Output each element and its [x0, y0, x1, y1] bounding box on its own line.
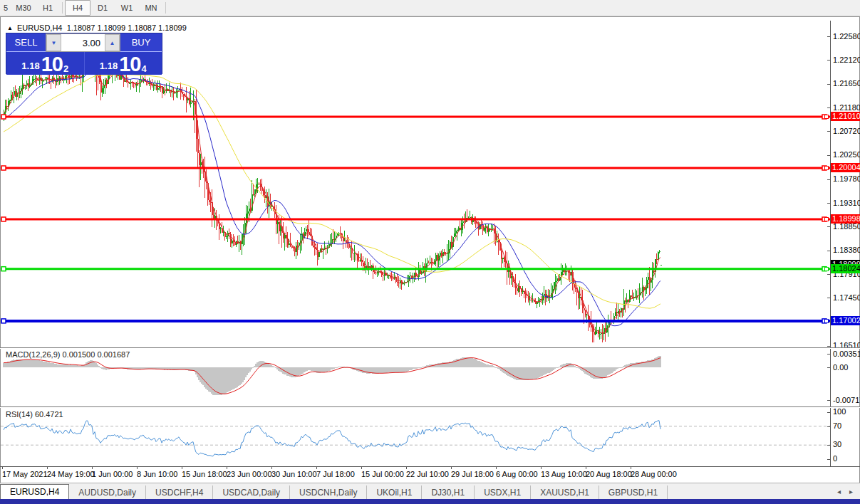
- symbol-tabbar: EURUSD,H4AUDUSD,DailyUSDCHF,H4USDCAD,Dai…: [0, 483, 860, 500]
- price-tick-label: 1.21180: [833, 103, 860, 112]
- time-label: 23 Jun 00:00: [227, 470, 272, 478]
- timeframe-button-5[interactable]: 5: [0, 0, 11, 16]
- rsi-tick-label: 100: [833, 407, 846, 416]
- chart-symbol-label: EURUSD,H4: [17, 23, 63, 32]
- price-tick-dash: [827, 179, 831, 180]
- ma-55-line: [4, 74, 660, 308]
- time-label: 8 Jun 10:00: [137, 470, 178, 478]
- hline-axis-handle[interactable]: [824, 166, 829, 170]
- toolbar-separator: [165, 2, 166, 14]
- sell-price-sup: 2: [63, 65, 68, 73]
- rsi-panel[interactable]: [1, 408, 830, 466]
- time-label: 22 Jul 10:00: [406, 470, 449, 478]
- tab-usdx-h1[interactable]: USDX,H1: [475, 485, 531, 500]
- price-tick-label: 1.19780: [833, 174, 860, 183]
- hline-handle[interactable]: [1, 115, 6, 119]
- time-label: 24 May 19:00: [47, 470, 95, 478]
- timeframe-button-d1[interactable]: D1: [90, 0, 115, 16]
- price-tick-label: 1.18380: [833, 246, 860, 254]
- price-tick-dash: [827, 84, 831, 85]
- timeframe-toolbar: 5M30H1H4D1W1MN: [0, 0, 860, 16]
- collapse-icon[interactable]: ▲: [7, 25, 13, 31]
- tab-audusd-daily[interactable]: AUDUSD,Daily: [69, 485, 146, 500]
- time-tick: [541, 466, 542, 469]
- time-tick: [496, 466, 497, 469]
- time-label: 28 Aug 00:00: [631, 470, 677, 478]
- hline-handle[interactable]: [1, 166, 6, 170]
- rsi-tick-dash: [827, 426, 831, 427]
- hline-axis-handle[interactable]: [824, 319, 829, 323]
- buy-price-prefix: 1.18: [100, 59, 118, 73]
- price-tick-label: 1.21650: [833, 79, 860, 88]
- rsi-line: [4, 421, 660, 456]
- volume-input[interactable]: [61, 34, 105, 51]
- time-label: 17 May 2021: [2, 470, 48, 478]
- chart-title: ▲EURUSD,H4 1.18087 1.18099 1.18087 1.180…: [7, 23, 187, 32]
- macd-tick-label: 0.00: [833, 363, 848, 372]
- rsi-tick-label: 30: [833, 440, 841, 448]
- tab-ukoil-h1[interactable]: UKOil,H1: [367, 485, 422, 500]
- time-tick: [631, 466, 631, 469]
- price-tick-dash: [827, 60, 831, 61]
- price-tick-label: 1.17450: [833, 293, 860, 302]
- time-tick: [227, 466, 227, 469]
- price-tick-label: 1.19310: [833, 199, 860, 207]
- window-bottom-edge: [0, 499, 860, 504]
- timeframe-button-m30[interactable]: M30: [11, 0, 36, 16]
- hline-handle[interactable]: [1, 217, 6, 221]
- sell-price-display[interactable]: 1.18102: [6, 52, 85, 75]
- hline-axis-handle[interactable]: [824, 267, 829, 271]
- hline-axis-handle[interactable]: [824, 217, 829, 221]
- time-tick: [586, 466, 586, 469]
- time-tick: [182, 466, 182, 469]
- macd-tick-label: 0.003515: [833, 350, 860, 358]
- timeframe-button-w1[interactable]: W1: [115, 0, 139, 16]
- tab-usdcnh-daily[interactable]: USDCNH,Daily: [290, 485, 367, 500]
- volume-increase-button[interactable]: ▲: [105, 34, 120, 51]
- tab-dj30-h1[interactable]: DJ30,H1: [422, 485, 475, 500]
- price-tick-dash: [827, 107, 831, 108]
- price-tick-dash: [827, 155, 831, 156]
- macd-signal-line: [4, 358, 660, 394]
- time-tick: [47, 466, 48, 469]
- buy-price-display[interactable]: 1.18104: [85, 52, 162, 75]
- tab-scroll-right-icon[interactable]: ▸: [849, 488, 853, 495]
- price-tick-dash: [827, 298, 831, 298]
- tab-gbpusd-h1[interactable]: GBPUSD,H1: [599, 485, 668, 500]
- time-axis-line[interactable]: [0, 466, 860, 467]
- timeframe-button-mn[interactable]: MN: [139, 0, 163, 16]
- timeframe-button-h1[interactable]: H1: [36, 0, 60, 16]
- tab-xauusd-h1[interactable]: XAUUSD,H1: [531, 485, 599, 500]
- time-label: 1 Jun 00:00: [92, 470, 133, 478]
- price-tick-dash: [827, 274, 831, 275]
- hline-price-label: 1.20004: [831, 163, 860, 172]
- price-tick-label: 1.22580: [833, 32, 860, 41]
- volume-decrease-button[interactable]: ▼: [46, 34, 61, 51]
- time-label: 29 Jul 18:00: [451, 470, 494, 478]
- hline-handle[interactable]: [1, 319, 6, 323]
- time-tick: [451, 466, 452, 469]
- ma-22-line: [4, 68, 660, 326]
- time-label: 7 Jul 18:00: [316, 470, 355, 478]
- time-tick: [406, 466, 407, 469]
- sell-button[interactable]: SELL: [6, 33, 46, 52]
- hline-price-label: 1.18024: [831, 264, 860, 273]
- macd-tick-dash: [827, 400, 831, 401]
- buy-price-big: 10: [119, 55, 140, 73]
- tab-usdchf-h4[interactable]: USDCHF,H4: [146, 485, 213, 500]
- tab-eurusd-h4[interactable]: EURUSD,H4: [0, 484, 69, 500]
- price-tick-label: 1.20250: [833, 150, 860, 159]
- hline-axis-handle[interactable]: [824, 115, 829, 119]
- rsi-tick-dash: [827, 459, 831, 460]
- timeframe-button-h4[interactable]: H4: [65, 0, 90, 16]
- tab-usdcad-daily[interactable]: USDCAD,Daily: [213, 485, 290, 500]
- price-tick-label: 1.20720: [833, 127, 860, 135]
- macd-label: MACD(12,26,9) 0.001500 0.001687: [6, 350, 130, 359]
- tab-scroll-left-icon[interactable]: ◂: [837, 488, 841, 495]
- price-tick-dash: [827, 226, 831, 227]
- price-tick-dash: [827, 131, 831, 132]
- price-tick-dash: [827, 251, 831, 251]
- buy-button[interactable]: BUY: [120, 33, 162, 52]
- hline-handle[interactable]: [1, 267, 6, 271]
- price-tick-label: 1.22120: [833, 56, 860, 64]
